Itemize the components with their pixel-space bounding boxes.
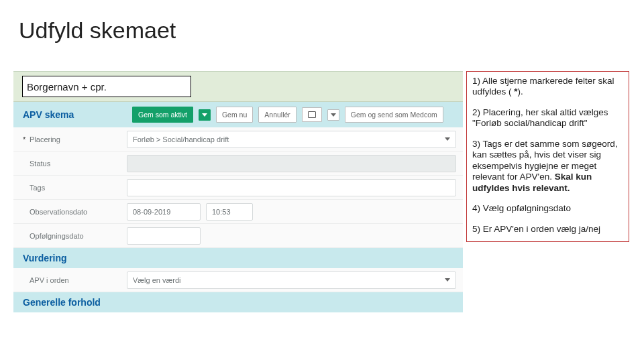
row-placering: *Placering Forløb > Social/handicap drif… xyxy=(13,127,463,152)
citizen-header-bar: Borgernavn + cpr. xyxy=(13,71,463,102)
input-placering[interactable]: Forløb > Social/handicap drift xyxy=(127,131,456,148)
page-title: Udfyld skemaet xyxy=(0,0,644,49)
input-status xyxy=(127,155,456,172)
chevron-down-icon xyxy=(331,113,336,117)
form-area: *Placering Forløb > Social/handicap drif… xyxy=(13,127,463,248)
label-observationsdato: Observationsdato xyxy=(23,208,127,216)
row-status: Status xyxy=(13,152,463,176)
app-screenshot: Borgernavn + cpr. APV skema Gem som akti… xyxy=(13,71,463,312)
save-now-button[interactable]: Gem nu xyxy=(216,107,253,123)
row-observationsdato: Observationsdato 08-09-2019 10:53 xyxy=(13,200,463,224)
input-apv-i-orden[interactable]: Vælg en værdi xyxy=(127,272,456,289)
save-active-dropdown[interactable] xyxy=(199,109,211,121)
section-label-generelle: Generelle forhold xyxy=(23,297,127,308)
label-status: Status xyxy=(23,160,127,168)
section-heading-apv: APV skema xyxy=(23,109,127,120)
instructions-box: 1) Alle stjerne markerede felter skal ud… xyxy=(466,71,629,242)
row-tags: Tags xyxy=(13,176,463,200)
label-apv-i-orden: APV i orden xyxy=(23,276,127,284)
section-label-vurdering: Vurdering xyxy=(23,253,127,263)
label-placering: *Placering xyxy=(23,135,127,143)
save-active-button[interactable]: Gem som aktivt xyxy=(132,107,193,123)
chevron-down-icon xyxy=(202,113,207,117)
instruction-3: 3) Tags er det samme som søgeord, kan sæ… xyxy=(472,139,623,194)
chevron-down-icon xyxy=(445,278,450,282)
section-heading-generelle: Generelle forhold xyxy=(13,292,463,312)
input-opf-date[interactable] xyxy=(127,227,201,245)
input-obs-time[interactable]: 10:53 xyxy=(206,203,253,221)
input-obs-date[interactable]: 08-09-2019 xyxy=(127,203,201,221)
print-dropdown[interactable] xyxy=(327,109,339,121)
input-tags[interactable] xyxy=(127,179,456,196)
label-opfolgningsdato: Opfølgningsdato xyxy=(23,232,127,240)
borger-overlay-label: Borgernavn + cpr. xyxy=(22,76,191,97)
instruction-5: 5) Er APV'en i orden vælg ja/nej xyxy=(472,224,623,235)
print-button[interactable] xyxy=(302,107,322,122)
print-icon xyxy=(308,111,316,118)
instruction-2: 2) Placering, her skal altid vælges "For… xyxy=(472,107,623,129)
section-heading-vurdering: Vurdering xyxy=(13,248,463,268)
cancel-button[interactable]: Annullér xyxy=(258,107,297,123)
label-tags: Tags xyxy=(23,184,127,192)
toolbar: APV skema Gem som aktivt Gem nu Annullér… xyxy=(13,102,463,127)
instruction-4: 4) Vælg opfølgningsdato xyxy=(472,203,623,214)
chevron-down-icon xyxy=(445,137,450,141)
row-opfolgningsdato: Opfølgningsdato xyxy=(13,224,463,248)
send-medcom-button[interactable]: Gem og send som Medcom xyxy=(345,107,443,123)
row-apv-i-orden: APV i orden Vælg en værdi xyxy=(13,268,463,292)
instruction-1: 1) Alle stjerne markerede felter skal ud… xyxy=(472,76,623,98)
